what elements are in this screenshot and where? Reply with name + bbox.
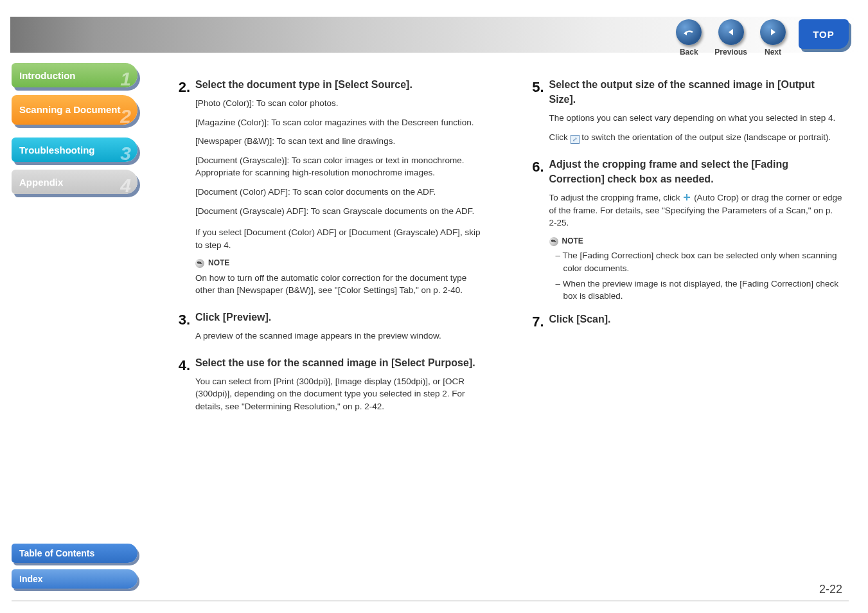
orientation-icon: ⤢ bbox=[571, 135, 580, 144]
sidebar-item-troubleshooting[interactable]: Troubleshooting 3 bbox=[12, 138, 137, 162]
step-number: 4. bbox=[173, 355, 195, 420]
step2-p4: [Document (Grayscale)]: To scan color im… bbox=[195, 154, 489, 179]
sidebar-item-label: Scanning a Document bbox=[19, 105, 121, 116]
step2-p2: [Magazine (Color)]: To scan color magazi… bbox=[195, 116, 489, 129]
step4-p1: You can select from [Print (300dpi)], [I… bbox=[195, 375, 489, 413]
step-5: 5. Select the output size of the scanned… bbox=[527, 77, 843, 150]
right-column: 5. Select the output size of the scanned… bbox=[527, 77, 843, 425]
sidebar: Introduction 1 Scanning a Document 2 Tro… bbox=[12, 63, 137, 202]
sidebar-item-number: 3 bbox=[120, 143, 131, 164]
previous-icon bbox=[718, 19, 744, 45]
step5-p1: The options you can select vary dependin… bbox=[549, 112, 843, 125]
step-number: 2. bbox=[173, 77, 195, 303]
sidebar-item-scanning[interactable]: Scanning a Document 2 bbox=[12, 95, 137, 125]
note-bullet: – When the preview image is not displaye… bbox=[556, 278, 843, 303]
step-6: 6. Adjust the cropping frame and select … bbox=[527, 157, 843, 305]
main-content: 2. Select the document type in [Select S… bbox=[173, 77, 842, 587]
step-number: 5. bbox=[527, 77, 549, 150]
note-label: NOTE bbox=[208, 258, 229, 269]
step-title: Click [Preview]. bbox=[195, 310, 489, 324]
note-label: NOTE bbox=[562, 236, 583, 247]
sidebar-item-number: 2 bbox=[120, 105, 131, 127]
pencil-icon: ✎ bbox=[193, 257, 206, 269]
next-icon bbox=[760, 19, 786, 45]
step-title: Select the output size of the scanned im… bbox=[549, 77, 843, 107]
sidebar-item-appendix[interactable]: Appendix 4 bbox=[12, 170, 137, 194]
next-nav[interactable]: Next bbox=[760, 19, 786, 57]
step2-p5: [Document (Color) ADF]: To scan color do… bbox=[195, 186, 489, 199]
step-4: 4. Select the use for the scanned image … bbox=[173, 355, 489, 420]
left-column: 2. Select the document type in [Select S… bbox=[173, 77, 489, 425]
step-number: 7. bbox=[527, 312, 549, 332]
top-button-label: TOP bbox=[813, 29, 835, 40]
auto-crop-icon bbox=[682, 193, 691, 202]
step-number: 3. bbox=[173, 310, 195, 349]
step-title: Select the document type in [Select Sour… bbox=[195, 77, 489, 92]
step2-p3: [Newspaper (B&W)]: To scan text and line… bbox=[195, 135, 489, 148]
back-nav[interactable]: Back bbox=[676, 19, 702, 57]
step-title: Click [Scan]. bbox=[549, 312, 843, 326]
note-heading: ✎ NOTE bbox=[195, 258, 489, 269]
footer-divider bbox=[12, 600, 849, 601]
back-icon bbox=[676, 19, 702, 45]
sidebar-item-introduction[interactable]: Introduction 1 bbox=[12, 63, 137, 87]
note-bullets: – The [Fading Correction] check box can … bbox=[556, 249, 843, 302]
toc-link[interactable]: Table of Contents bbox=[12, 544, 137, 563]
step-title: Adjust the cropping frame and select the… bbox=[549, 157, 843, 186]
pencil-icon: ✎ bbox=[547, 235, 560, 247]
svg-marker-2 bbox=[771, 29, 775, 35]
back-label: Back bbox=[680, 48, 698, 57]
svg-marker-1 bbox=[729, 29, 733, 35]
step6-p1: To adjust the cropping frame, click (Aut… bbox=[549, 191, 843, 229]
step5-p2: Click ⤢ to switch the orientation of the… bbox=[549, 131, 843, 144]
bottom-links: Table of Contents Index bbox=[12, 544, 137, 595]
step-7: 7. Click [Scan]. bbox=[527, 312, 843, 332]
note-bullet: – The [Fading Correction] check box can … bbox=[556, 249, 843, 274]
sidebar-item-number: 4 bbox=[120, 175, 131, 197]
top-nav: Back Previous Next TOP bbox=[676, 19, 849, 57]
note-text: On how to turn off the automatic color c… bbox=[195, 272, 489, 297]
index-link[interactable]: Index bbox=[12, 569, 137, 589]
step-number: 6. bbox=[527, 157, 549, 305]
toc-label: Table of Contents bbox=[19, 548, 94, 558]
sidebar-item-number: 1 bbox=[120, 68, 131, 90]
step-3: 3. Click [Preview]. A preview of the sca… bbox=[173, 310, 489, 349]
next-label: Next bbox=[765, 48, 781, 57]
page-number: 2-22 bbox=[819, 583, 842, 596]
step2-p1: [Photo (Color)]: To scan color photos. bbox=[195, 97, 489, 110]
previous-nav[interactable]: Previous bbox=[714, 19, 747, 57]
step2-p6: [Document (Grayscale) ADF]: To scan Gray… bbox=[195, 205, 489, 218]
sidebar-item-label: Introduction bbox=[19, 70, 75, 81]
note-heading: ✎ NOTE bbox=[549, 236, 843, 247]
sidebar-item-label: Appendix bbox=[19, 177, 63, 188]
top-button[interactable]: TOP bbox=[799, 19, 849, 49]
previous-label: Previous bbox=[714, 48, 747, 57]
sidebar-item-label: Troubleshooting bbox=[19, 145, 95, 155]
step-title: Select the use for the scanned image in … bbox=[195, 355, 489, 370]
step3-p1: A preview of the scanned image appears i… bbox=[195, 330, 489, 342]
step2-p7: If you select [Document (Color) ADF] or … bbox=[195, 226, 489, 251]
index-label: Index bbox=[19, 574, 43, 584]
step-2: 2. Select the document type in [Select S… bbox=[173, 77, 489, 303]
